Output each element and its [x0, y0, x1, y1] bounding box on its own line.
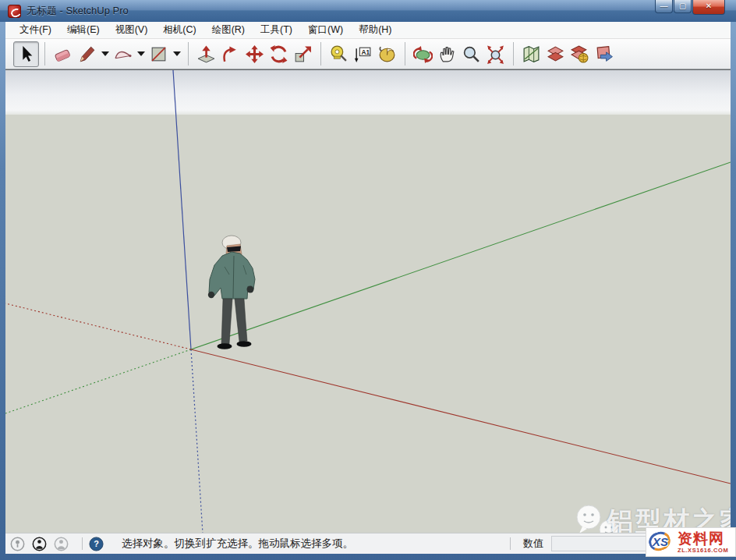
scale-icon [293, 44, 313, 64]
scale-figure-person[interactable] [208, 236, 255, 349]
sketchup-window: 无标题 - SketchUp Pro — ▢ ✕ 文件(F) 编辑(E) 视图(… [0, 0, 736, 560]
zoom-extents-icon [486, 44, 505, 64]
menu-bar: 文件(F) 编辑(E) 视图(V) 相机(C) 绘图(R) 工具(T) 窗口(W… [5, 22, 731, 39]
move-tool-button[interactable] [242, 42, 267, 66]
sign-in-person-icon[interactable] [54, 537, 69, 551]
arc-icon [113, 44, 133, 64]
menu-edit[interactable]: 编辑(E) [59, 21, 108, 39]
measurements-label: 数值 [523, 537, 543, 551]
share-model-icon [594, 44, 614, 64]
maximize-button[interactable]: ▢ [674, 0, 692, 13]
rectangle-icon [149, 44, 168, 64]
orbit-tool-button[interactable] [411, 42, 435, 66]
chevron-down-icon [137, 51, 145, 56]
zoom-extents-tool-button[interactable] [483, 42, 508, 66]
status-bar: ? 选择对象。切换到扩充选择。拖动鼠标选择多项。 数值 [5, 533, 731, 554]
drawing-viewport[interactable]: 铝型材之家 [5, 69, 731, 533]
menu-draw[interactable]: 绘图(R) [204, 21, 253, 39]
add-location-tool-button[interactable] [519, 42, 543, 66]
select-tool-button[interactable] [13, 41, 39, 67]
blue-axis-line [173, 70, 191, 349]
menu-help[interactable]: 帮助(H) [351, 21, 399, 39]
scene-canvas [5, 70, 731, 533]
eraser-icon [53, 44, 73, 64]
attribution-person-icon[interactable] [32, 537, 47, 551]
photo-textures-icon [570, 44, 589, 64]
toolbar: A1 [5, 39, 731, 69]
paint-bucket-tool-button[interactable] [375, 42, 399, 66]
rotate-tool-button[interactable] [267, 42, 291, 66]
eraser-tool-button[interactable] [51, 42, 75, 66]
paint-bucket-icon [377, 44, 397, 64]
rotate-icon [269, 44, 288, 64]
site-watermark-logo: XS 资料网 ZL.XS1616.COM [646, 527, 736, 557]
arc-options-dropdown[interactable] [135, 42, 147, 66]
geolocation-icon[interactable] [10, 537, 25, 551]
select-arrow-icon [16, 44, 36, 64]
scale-tool-button[interactable] [291, 42, 315, 66]
zoom-tool-button[interactable] [459, 42, 483, 66]
line-tool-button[interactable] [75, 42, 99, 66]
orbit-icon [413, 44, 433, 64]
shapes-tool-button[interactable] [147, 42, 171, 66]
green-axis-dotted [5, 349, 191, 413]
tape-measure-icon [329, 44, 349, 64]
chevron-down-icon [101, 51, 109, 56]
svg-text:?: ? [94, 539, 99, 548]
menu-file[interactable]: 文件(F) [12, 21, 59, 39]
push-pull-tool-button[interactable] [194, 42, 218, 66]
push-pull-icon [196, 44, 216, 64]
window-title: 无标题 - SketchUp Pro [27, 4, 129, 18]
map-icon [522, 44, 541, 64]
minimize-button[interactable]: — [655, 0, 673, 13]
chevron-down-icon [173, 51, 181, 56]
arc-tool-button[interactable] [111, 42, 135, 66]
sketchup-app-icon [8, 5, 21, 18]
move-icon [245, 44, 264, 64]
shapes-options-dropdown[interactable] [171, 42, 182, 66]
pan-tool-button[interactable] [435, 42, 459, 66]
tape-measure-tool-button[interactable] [327, 42, 351, 66]
red-axis-dotted [5, 303, 191, 349]
logo-site-name: 资料网 [678, 531, 728, 546]
terrain-layers-icon [546, 44, 565, 64]
close-button[interactable]: ✕ [692, 0, 725, 15]
red-axis-line [191, 349, 731, 484]
pencil-icon [77, 44, 97, 64]
menu-camera[interactable]: 相机(C) [155, 21, 203, 39]
menu-window[interactable]: 窗口(W) [300, 21, 351, 39]
svg-text:A1: A1 [361, 48, 370, 55]
zoom-icon [462, 44, 481, 64]
share-model-tool-button[interactable] [592, 42, 616, 66]
help-icon[interactable]: ? [89, 537, 104, 551]
line-options-dropdown[interactable] [99, 42, 111, 66]
dimension-tool-button[interactable]: A1 [351, 42, 375, 66]
photo-textures-tool-button[interactable] [568, 42, 592, 66]
text-label-icon: A1 [353, 44, 373, 64]
logo-site-url: ZL.XS1616.COM [678, 548, 728, 554]
xs-emblem-icon: XS [648, 530, 676, 555]
menu-tools[interactable]: 工具(T) [253, 21, 300, 39]
title-bar: 无标题 - SketchUp Pro — ▢ ✕ [0, 0, 736, 22]
pan-hand-icon [437, 44, 457, 64]
status-hint-text: 选择对象。切换到扩充选择。拖动鼠标选择多项。 [122, 537, 353, 551]
toggle-terrain-tool-button[interactable] [543, 42, 568, 66]
follow-me-icon [221, 44, 240, 64]
menu-view[interactable]: 视图(V) [108, 21, 156, 39]
green-axis-line [191, 162, 731, 349]
blue-axis-dotted [191, 349, 203, 533]
follow-me-tool-button[interactable] [218, 42, 242, 66]
